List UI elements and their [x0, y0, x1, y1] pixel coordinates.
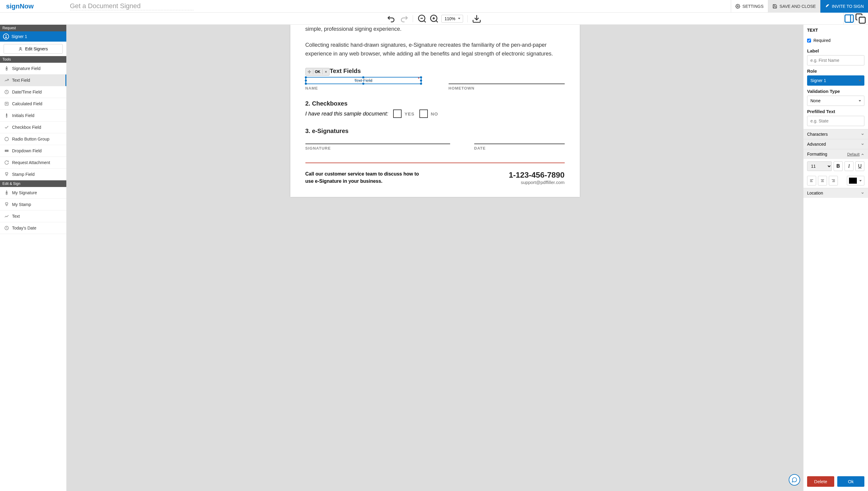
tool-initials-field[interactable]: Initials Field — [0, 110, 66, 121]
checkbox-yes[interactable] — [393, 110, 401, 118]
save-close-button[interactable]: SAVE AND CLOSE — [768, 0, 820, 13]
field-label: HOMETOWN — [449, 86, 565, 90]
editsign-text[interactable]: Text — [0, 210, 66, 222]
properties-header: TEXT — [804, 25, 868, 36]
document-title[interactable]: Get a Document Signed — [70, 2, 193, 10]
tool-icon — [4, 172, 9, 177]
validation-select[interactable]: None — [807, 96, 864, 106]
formatting-default-link[interactable]: Default — [847, 152, 860, 156]
pages-side-button[interactable] — [855, 13, 866, 25]
tool-request-attachment[interactable]: Request Attachment — [0, 157, 66, 169]
download-button[interactable] — [472, 14, 481, 24]
save-icon — [772, 4, 777, 9]
tool-icon — [4, 78, 9, 83]
svg-point-12 — [5, 35, 7, 36]
advanced-accordion[interactable]: Advanced — [804, 139, 868, 149]
move-icon — [307, 70, 311, 74]
tool-radio-button-group[interactable]: Radio Button Group — [0, 133, 66, 145]
section-title: 1. Fill-In Text Fields — [305, 67, 565, 75]
invite-sign-button[interactable]: INVITE TO SIGN — [820, 0, 868, 13]
ok-button[interactable]: Ok — [837, 476, 864, 487]
formatting-accordion[interactable]: FormattingDefault — [804, 149, 868, 159]
chevron-down-icon — [861, 133, 864, 136]
bold-button[interactable]: B — [834, 161, 843, 171]
color-swatch — [849, 178, 857, 184]
ok-mini-button[interactable]: OK — [313, 68, 322, 76]
svg-rect-11 — [859, 17, 865, 23]
edit-signers-button[interactable]: Edit Signers — [4, 44, 63, 54]
required-checkbox-row[interactable]: Required — [807, 38, 864, 43]
close-mini-button[interactable] — [323, 68, 329, 76]
section-title: 2. Checkboxes — [305, 100, 565, 107]
tool-icon — [4, 113, 9, 118]
tool-calculated-field[interactable]: Calculated Field — [0, 98, 66, 110]
italic-button[interactable]: I — [844, 161, 854, 171]
redo-button[interactable] — [399, 14, 409, 24]
undo-icon — [387, 14, 396, 24]
field-mini-toolbar: OK — [305, 68, 330, 76]
section-title: 3. e-Signatures — [305, 127, 565, 135]
svg-rect-21 — [5, 173, 8, 174]
slider-icon — [844, 13, 855, 24]
tool-icon — [4, 202, 9, 207]
underline-button[interactable]: U — [855, 161, 864, 171]
signer-row[interactable]: Signer 1 — [0, 31, 66, 41]
editsign-today-s-date[interactable]: Today's Date — [0, 222, 66, 234]
settings-side-button[interactable] — [843, 13, 855, 25]
tools-header: Tools — [0, 56, 66, 63]
field-placeholder-label: Text Field — [354, 78, 372, 83]
align-right-icon — [831, 178, 835, 183]
editsign-my-signature[interactable]: My Signature — [0, 187, 66, 199]
text-field-placeholder[interactable]: Text Field * — [305, 77, 421, 84]
svg-point-13 — [20, 47, 22, 49]
checkbox-label: YES — [405, 111, 415, 116]
tool-text-field[interactable]: Text Field — [0, 75, 66, 86]
label-input[interactable] — [807, 55, 864, 65]
tool-date-time-field[interactable]: Date/Time Field — [0, 86, 66, 98]
tool-icon — [4, 102, 9, 106]
characters-accordion[interactable]: Characters — [804, 129, 868, 139]
save-label: SAVE AND CLOSE — [780, 4, 816, 9]
accordion-label: Formatting — [807, 152, 827, 156]
zoom-in-icon — [429, 14, 439, 24]
tool-dropdown-field[interactable]: Dropdown Field — [0, 145, 66, 157]
align-right-button[interactable] — [829, 176, 838, 185]
zoom-out-icon — [417, 14, 427, 24]
svg-point-0 — [737, 6, 738, 7]
required-label: Required — [813, 38, 831, 43]
gear-icon — [735, 4, 740, 9]
close-icon — [324, 70, 327, 73]
chevron-up-icon — [861, 153, 864, 156]
align-left-button[interactable] — [807, 176, 816, 185]
required-checkbox[interactable] — [807, 38, 811, 42]
tool-icon — [4, 66, 9, 71]
person-icon — [3, 33, 9, 39]
tool-signature-field[interactable]: Signature Field — [0, 63, 66, 75]
move-handle[interactable] — [306, 68, 313, 76]
phone-number: 1-123-456-7890 — [509, 170, 564, 180]
divider — [305, 163, 565, 163]
role-select[interactable]: Signer 1 — [807, 76, 864, 86]
delete-button[interactable]: Delete — [807, 476, 834, 487]
color-picker[interactable] — [847, 176, 864, 185]
field-label: NAME — [305, 86, 421, 90]
settings-button[interactable]: SETTINGS — [731, 0, 768, 13]
undo-button[interactable] — [387, 14, 396, 24]
zoom-select[interactable]: 110% — [441, 15, 463, 23]
prefill-input[interactable] — [807, 116, 864, 126]
zoom-out-button[interactable] — [417, 14, 427, 24]
zoom-in-button[interactable] — [429, 14, 439, 24]
ok-mini-label: OK — [315, 70, 321, 74]
align-center-button[interactable] — [818, 176, 827, 185]
font-size-select[interactable]: 11 — [807, 161, 832, 171]
tool-checkbox-field[interactable]: Checkbox Field — [0, 121, 66, 133]
checkbox-no[interactable] — [419, 110, 428, 118]
svg-point-18 — [5, 137, 8, 141]
editsign-my-stamp[interactable]: My Stamp — [0, 199, 66, 210]
tool-stamp-field[interactable]: Stamp Field — [0, 169, 66, 180]
field-label: SIGNATURE — [305, 146, 450, 150]
support-email: support@pdffiller.com — [509, 180, 564, 185]
location-accordion[interactable]: Location — [804, 188, 868, 198]
chat-button[interactable] — [789, 474, 800, 486]
copy-icon — [855, 13, 866, 24]
